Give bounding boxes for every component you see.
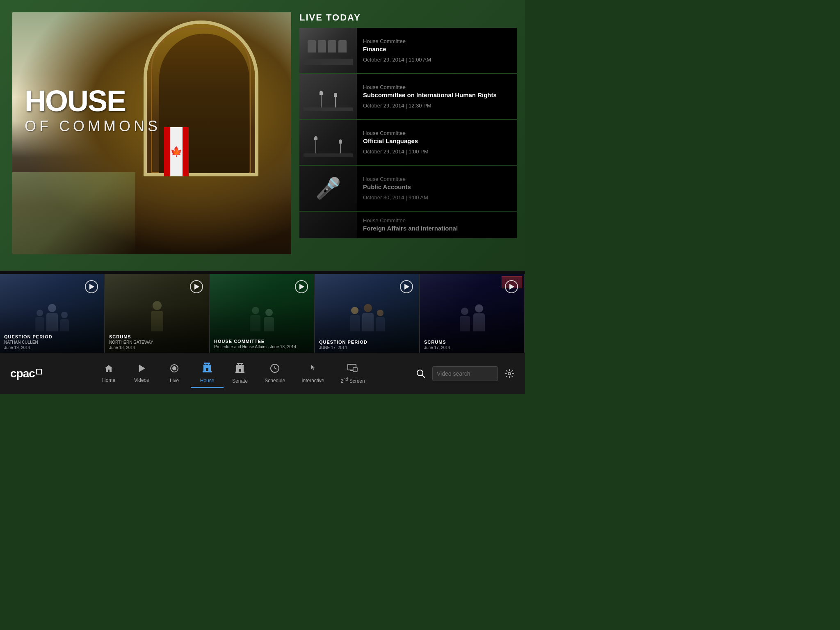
chair-1 bbox=[308, 40, 316, 52]
cpac-logo: cpac bbox=[4, 367, 48, 380]
flag-right-stripe bbox=[183, 127, 189, 176]
hero-diagonal-accent bbox=[12, 172, 135, 254]
video-sublabel-3: Procedure and House Affairs - June 18, 2… bbox=[214, 345, 310, 349]
thumb-bg-3 bbox=[299, 120, 357, 165]
chair-4 bbox=[338, 40, 347, 52]
nav-label-videos: Videos bbox=[134, 377, 149, 383]
mic-1-head bbox=[320, 91, 323, 95]
chairs-graphic bbox=[304, 36, 353, 65]
hero-text-block: HOUSE OF COMMONS bbox=[25, 86, 161, 135]
nav-label-schedule: Schedule bbox=[265, 378, 285, 383]
thumb-bg-4: 🎤 bbox=[299, 166, 357, 211]
svg-rect-10 bbox=[237, 363, 243, 364]
thumb-bg-2 bbox=[299, 74, 357, 119]
play-button-3[interactable] bbox=[295, 280, 308, 293]
microphone-icon: 🎤 bbox=[315, 176, 341, 200]
settings-icon[interactable] bbox=[502, 366, 517, 381]
play-button-1[interactable] bbox=[85, 280, 98, 293]
play-button-4[interactable] bbox=[400, 280, 413, 293]
svg-rect-8 bbox=[206, 368, 208, 371]
mic-3a-head bbox=[314, 136, 317, 140]
bottom-nav: cpac Home Videos bbox=[0, 353, 525, 394]
live-item-finance[interactable]: House Committee Finance October 29, 2014… bbox=[299, 28, 517, 73]
nav-item-2nd-screen[interactable]: 2 2nd Screen bbox=[333, 360, 373, 387]
nav-item-live[interactable]: Live bbox=[158, 360, 191, 387]
chair-2 bbox=[318, 40, 326, 52]
nav-label-home: Home bbox=[102, 377, 115, 383]
video-text-2: SCRUMS NORTHERN GATEWAY June 18, 2014 bbox=[109, 334, 205, 350]
thumb-bg-1 bbox=[299, 28, 357, 73]
live-item-date-1: October 29, 2014 | 11:00 AM bbox=[363, 57, 511, 63]
live-item-official-languages[interactable]: House Committee Official Languages Octob… bbox=[299, 120, 517, 165]
nav-label-house: House bbox=[200, 378, 215, 383]
svg-marker-0 bbox=[139, 365, 145, 372]
svg-point-26 bbox=[508, 372, 511, 375]
live-item-title-3: Official Languages bbox=[363, 137, 511, 145]
live-item-date-2: October 29, 2014 | 12:30 PM bbox=[363, 103, 511, 109]
flag-left-stripe bbox=[164, 127, 170, 176]
cpac-box bbox=[36, 369, 42, 374]
cpac-text: cpac bbox=[10, 367, 35, 380]
nav-item-interactive[interactable]: Interactive bbox=[293, 360, 332, 387]
video-thumb-5[interactable]: SCRUMS June 17, 2014 bbox=[420, 274, 525, 354]
video-label-2: SCRUMS bbox=[109, 334, 205, 339]
video-label-5: SCRUMS bbox=[424, 340, 520, 345]
video-sublabel-2: NORTHERN GATEWAY bbox=[109, 340, 205, 345]
live-item-thumb-1 bbox=[299, 28, 357, 73]
hero-subtitle: OF COMMONS bbox=[25, 118, 161, 135]
house-svg bbox=[203, 363, 212, 373]
svg-rect-13 bbox=[236, 365, 244, 366]
live-item-foreign-affairs[interactable]: House Committee Foreign Affairs and Inte… bbox=[299, 212, 517, 238]
nav-item-senate[interactable]: Senate bbox=[224, 360, 256, 387]
nav-label-2nd-screen: 2nd Screen bbox=[341, 377, 365, 384]
video-strip: QUESTION PERIOD NATHAN CULLEN June 19, 2… bbox=[0, 274, 525, 354]
interactive-svg bbox=[308, 363, 318, 373]
search-input[interactable] bbox=[432, 366, 498, 381]
svg-line-25 bbox=[422, 375, 425, 377]
hero-section: 🍁 HOUSE OF COMMONS bbox=[12, 12, 291, 254]
second-screen-svg: 2 bbox=[347, 363, 358, 372]
second-screen-icon: 2 bbox=[347, 363, 358, 375]
main-content: 🍁 HOUSE OF COMMONS LIVE TODAY bbox=[0, 0, 525, 271]
live-item-title-1: Finance bbox=[363, 45, 511, 53]
nav-item-schedule[interactable]: Schedule bbox=[256, 360, 293, 387]
live-item-category-2: House Committee bbox=[363, 84, 511, 90]
nav-item-home[interactable]: Home bbox=[92, 361, 125, 386]
table-3 bbox=[304, 153, 353, 157]
table bbox=[304, 59, 353, 65]
mic-3b-head bbox=[339, 139, 342, 144]
nav-search-area bbox=[413, 366, 521, 381]
video-thumb-1[interactable]: QUESTION PERIOD NATHAN CULLEN June 19, 2… bbox=[0, 274, 105, 354]
play-button-2[interactable] bbox=[190, 280, 203, 293]
schedule-icon bbox=[270, 363, 280, 376]
video-thumb-3[interactable]: HOUSE COMMITTEE Procedure and House Affa… bbox=[210, 274, 315, 354]
nav-item-house[interactable]: House bbox=[191, 359, 224, 388]
svg-rect-15 bbox=[239, 369, 241, 372]
live-items-list: House Committee Finance October 29, 2014… bbox=[299, 28, 517, 238]
live-item-subcommittee[interactable]: House Committee Subcommittee on Internat… bbox=[299, 74, 517, 119]
play-button-5[interactable] bbox=[505, 280, 518, 293]
videos-svg bbox=[137, 364, 146, 373]
search-icon[interactable] bbox=[413, 366, 428, 381]
live-item-thumb-3 bbox=[299, 120, 357, 165]
canadian-flag: 🍁 bbox=[164, 127, 189, 176]
video-sublabel-1: NATHAN CULLEN bbox=[4, 340, 100, 345]
svg-point-1 bbox=[172, 366, 176, 370]
live-item-category-3: House Committee bbox=[363, 130, 511, 136]
live-item-category-4: House Committee bbox=[363, 176, 511, 182]
svg-rect-16 bbox=[235, 372, 244, 373]
video-label-4: QUESTION PERIOD bbox=[319, 340, 415, 345]
live-item-public-accounts[interactable]: 🎤 House Committee Public Accounts Octobe… bbox=[299, 166, 517, 211]
video-thumb-4[interactable]: QUESTION PERIOD JUNE 17, 2014 bbox=[315, 274, 420, 354]
nav-item-videos[interactable]: Videos bbox=[125, 361, 158, 386]
video-date-2: June 18, 2014 bbox=[109, 345, 205, 350]
live-item-info-3: House Committee Official Languages Octob… bbox=[357, 120, 517, 165]
svg-rect-6 bbox=[203, 365, 211, 365]
search-svg bbox=[416, 369, 425, 378]
home-icon bbox=[104, 364, 114, 375]
video-thumb-2[interactable]: SCRUMS NORTHERN GATEWAY June 18, 2014 bbox=[105, 274, 210, 354]
live-svg bbox=[169, 363, 179, 373]
play-triangle-4 bbox=[404, 284, 409, 290]
schedule-svg bbox=[270, 363, 280, 373]
svg-rect-9 bbox=[203, 371, 212, 372]
